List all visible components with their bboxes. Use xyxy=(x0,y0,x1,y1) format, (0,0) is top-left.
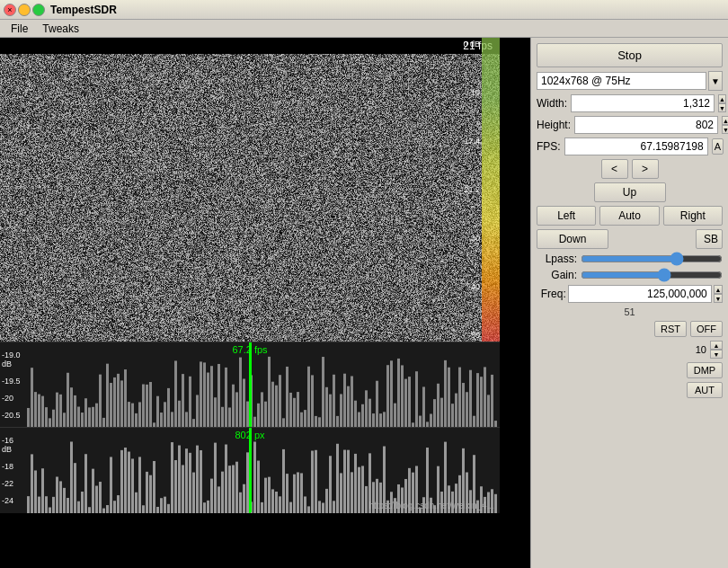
height-input[interactable] xyxy=(574,116,718,134)
a-button[interactable]: A xyxy=(712,138,724,155)
height-spinner: ▲ ▼ xyxy=(722,116,728,134)
title-bar: × TempestSDR xyxy=(0,0,728,20)
gain-row: Gain: xyxy=(537,269,723,281)
width-input[interactable] xyxy=(571,94,715,112)
spectrum-display-1: -19.0 dB -19.5 -20 -20.5 67.2 fps xyxy=(0,342,500,427)
height-label: Height: xyxy=(537,119,571,131)
db-scale: 0 dB 10 17.4 21.2 30 40 -50 xyxy=(462,38,480,342)
maximize-button[interactable] xyxy=(32,4,45,16)
freq-row: Freq: ▲ ▼ xyxy=(537,285,723,303)
left-button[interactable]: Left xyxy=(537,206,596,226)
menu-file[interactable]: File xyxy=(4,21,35,37)
off-button[interactable]: OFF xyxy=(690,321,723,337)
spectrum1-db-scale: -19.0 dB -19.5 -20 -20.5 xyxy=(0,342,27,427)
freq-spinner: ▲ ▼ xyxy=(714,285,723,303)
spectrum2-marker xyxy=(250,428,252,512)
main-spinner: ▲ ▼ xyxy=(710,341,723,359)
video-display: 21 fps 0 dB 10 17.4 21.2 30 40 -50 xyxy=(0,38,500,342)
fps-input[interactable] xyxy=(564,138,708,155)
rst-button[interactable]: RST xyxy=(654,321,687,337)
lpass-label: Lpass: xyxy=(537,253,577,265)
dmp-button[interactable]: DMP xyxy=(687,362,723,378)
minimize-button[interactable] xyxy=(18,4,31,16)
fps-label: FPS: xyxy=(537,140,561,153)
close-button[interactable]: × xyxy=(4,4,16,16)
gain-label: Gain: xyxy=(537,269,577,281)
width-row: Width: ▲ ▼ xyxy=(537,94,723,112)
height-down[interactable]: ▼ xyxy=(722,125,728,134)
spectrum1-fps: 67.2 fps xyxy=(232,344,267,355)
direction-row: Left Auto Right xyxy=(537,206,723,226)
window-title: TempestSDR xyxy=(50,4,117,16)
spectrum2-db-scale: -16 dB -18 -22 -24 xyxy=(0,428,27,512)
prev-next-row: < > xyxy=(537,159,723,179)
color-bar xyxy=(482,38,500,342)
gain-slider[interactable] xyxy=(581,269,723,281)
spin-up-btn[interactable]: ▲ xyxy=(710,341,723,350)
spin-value: 10 xyxy=(696,344,706,355)
right-controls-panel: Stop 1024x768 @ 75Hz ▼ Width: ▲ ▼ Height… xyxy=(530,38,728,568)
width-up[interactable]: ▲ xyxy=(718,94,726,103)
height-up[interactable]: ▲ xyxy=(722,116,728,125)
watermark: https://blog.csdn.net/weixin_4... xyxy=(368,501,494,510)
width-label: Width: xyxy=(537,97,567,110)
freq-label: Freq: xyxy=(537,288,566,300)
spectrum2-fps: 802 px xyxy=(235,430,264,440)
prev-button[interactable]: < xyxy=(601,159,628,179)
resolution-dropdown[interactable]: 1024x768 @ 75Hz xyxy=(537,72,706,90)
next-button[interactable]: > xyxy=(632,159,659,179)
freq-up[interactable]: ▲ xyxy=(714,285,723,294)
sb-button[interactable]: SB xyxy=(696,229,723,249)
aut-button[interactable]: AUT xyxy=(687,382,723,398)
menu-bar: File Tweaks xyxy=(0,20,728,38)
spectrum1-marker xyxy=(250,342,252,427)
freq-input[interactable] xyxy=(568,285,712,303)
spin-down-btn[interactable]: ▼ xyxy=(710,350,723,359)
width-down[interactable]: ▼ xyxy=(718,103,726,112)
width-spinner: ▲ ▼ xyxy=(718,94,726,112)
right-button[interactable]: Right xyxy=(663,206,723,226)
down-button[interactable]: Down xyxy=(537,229,608,249)
fps-row: FPS: A xyxy=(537,138,723,155)
menu-tweaks[interactable]: Tweaks xyxy=(35,21,86,37)
resolution-row: 1024x768 @ 75Hz ▼ xyxy=(537,71,723,91)
up-button[interactable]: Up xyxy=(594,182,666,202)
freq-down[interactable]: ▼ xyxy=(714,294,723,303)
dropdown-arrow[interactable]: ▼ xyxy=(708,71,723,91)
height-row: Height: ▲ ▼ L xyxy=(537,116,723,134)
lpass-slider[interactable] xyxy=(581,253,723,265)
side-number: 51 xyxy=(537,306,723,317)
stop-button[interactable]: Stop xyxy=(537,43,723,67)
auto-button[interactable]: Auto xyxy=(599,206,659,226)
spectrum-display-2: -16 dB -18 -22 -24 802 px https://blog.c… xyxy=(0,427,500,512)
lpass-row: Lpass: xyxy=(537,253,723,265)
